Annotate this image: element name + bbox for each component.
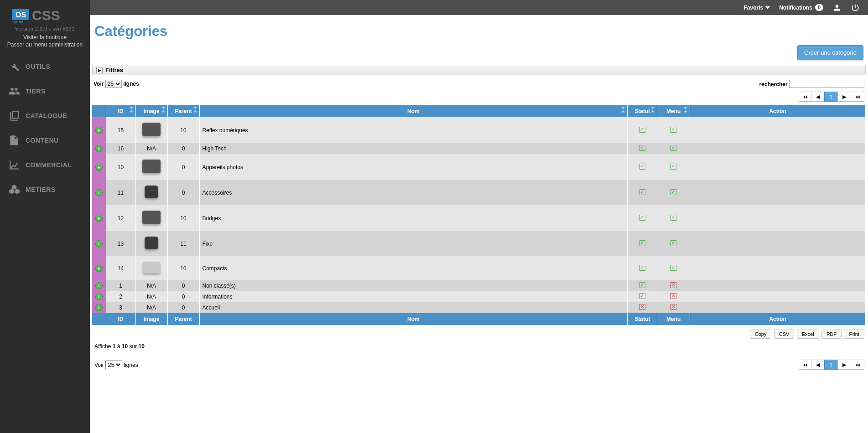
cell-name: Fixe: [199, 231, 628, 256]
add-icon[interactable]: +: [95, 189, 103, 196]
lines-label-bottom: lignes: [124, 362, 138, 368]
notifications-link[interactable]: Notifications 0: [779, 4, 823, 11]
cell-id: 1: [106, 280, 135, 291]
th-status[interactable]: Statut: [628, 105, 657, 117]
table-row[interactable]: +1410Compacts: [92, 256, 866, 280]
logo: OS CSS: [0, 0, 90, 25]
pager-next[interactable]: ▶: [837, 360, 851, 370]
add-icon[interactable]: +: [95, 304, 103, 311]
tf-name: Nom: [199, 313, 628, 325]
table-row[interactable]: +2N/A0Informations: [92, 291, 866, 302]
cell-image: [135, 231, 167, 256]
add-icon[interactable]: +: [95, 215, 103, 222]
add-icon[interactable]: +: [95, 240, 103, 247]
cell-name: Reflex numériques: [199, 117, 628, 143]
table-info: Affiche 1 à 10 sur 10: [90, 341, 868, 359]
power-icon[interactable]: [851, 3, 860, 12]
pager-last[interactable]: ⏭: [851, 360, 864, 370]
status-check-icon[interactable]: [639, 265, 645, 271]
status-check-icon[interactable]: [639, 189, 645, 195]
menu-check-icon[interactable]: [670, 164, 676, 170]
favoris-dropdown[interactable]: Favoris: [744, 5, 770, 11]
status-check-icon[interactable]: [639, 145, 645, 151]
add-icon[interactable]: +: [95, 265, 103, 272]
search-label: rechercher: [759, 81, 788, 88]
status-check-icon[interactable]: [639, 164, 645, 170]
menu-check-icon[interactable]: [670, 240, 676, 246]
pager-next[interactable]: ▶: [837, 92, 851, 102]
status-cross-icon[interactable]: [639, 304, 645, 310]
menu-check-icon[interactable]: [670, 127, 676, 133]
menu-cross-icon[interactable]: [670, 304, 676, 310]
add-icon[interactable]: +: [95, 293, 103, 300]
menu-check-icon[interactable]: [670, 215, 676, 221]
page-size-select-bottom[interactable]: 25: [105, 361, 122, 369]
sidebar-item-outils[interactable]: OUTILS: [0, 54, 90, 79]
notifications-label: Notifications: [779, 5, 812, 11]
th-parent[interactable]: Parent: [167, 105, 199, 117]
pager-first[interactable]: ⏮: [798, 360, 811, 370]
export-print-button[interactable]: Print: [844, 330, 864, 339]
sidebar-item-contenu[interactable]: CONTENU: [0, 128, 90, 153]
cell-status: [628, 231, 657, 256]
table-row[interactable]: +1510Reflex numériques: [92, 117, 866, 143]
cell-name: Accessoires: [199, 180, 628, 205]
page-size-select[interactable]: 25: [105, 80, 122, 88]
cell-status: [628, 256, 657, 280]
cell-action: [690, 143, 866, 154]
export-excel-button[interactable]: Excel: [797, 330, 819, 339]
status-check-icon[interactable]: [639, 127, 645, 133]
th-menu[interactable]: Menu: [657, 105, 690, 117]
pager-prev[interactable]: ◀: [811, 360, 825, 370]
pager-bottom: ⏮ ◀ 1 ▶ ⏭: [798, 360, 864, 370]
export-csv-button[interactable]: CSV: [774, 330, 795, 339]
user-icon[interactable]: [832, 3, 842, 12]
table-row[interactable]: +1311Fixe: [92, 231, 866, 256]
table-row[interactable]: +3N/A0Accueil: [92, 302, 866, 313]
visit-shop-link[interactable]: Visiter la boutique: [0, 34, 90, 41]
th-id[interactable]: ID: [106, 105, 135, 117]
sidebar-item-metiers[interactable]: METIERS: [0, 177, 90, 202]
th-image[interactable]: Image: [135, 105, 167, 117]
add-icon[interactable]: +: [95, 282, 103, 289]
admin-menu-link[interactable]: Passer au menu administration: [0, 41, 90, 48]
image-na: N/A: [147, 283, 156, 289]
filters-bar[interactable]: ▶ Filtres: [92, 65, 866, 75]
status-check-icon[interactable]: [639, 240, 645, 246]
status-check-icon[interactable]: [639, 282, 645, 288]
pager-page[interactable]: 1: [824, 92, 838, 102]
table-row[interactable]: +110Accessoires: [92, 180, 866, 205]
add-icon[interactable]: +: [95, 127, 103, 134]
sidebar-nav: OUTILS TIERS CATALOGUE CONTENU COMMERCIA…: [0, 54, 90, 202]
table-row[interactable]: +1210Bridges: [92, 205, 866, 231]
status-check-icon[interactable]: [639, 293, 645, 299]
table-row[interactable]: +1N/A0Non classé(s): [92, 280, 866, 291]
menu-cross-icon[interactable]: [670, 282, 676, 288]
status-check-icon[interactable]: [639, 215, 645, 221]
cell-image: [135, 180, 167, 205]
export-copy-button[interactable]: Copy: [750, 330, 772, 339]
cell-action: [690, 154, 866, 180]
cell-name: Non classé(s): [199, 280, 628, 291]
filters-toggle-icon[interactable]: ▶: [96, 67, 103, 73]
sidebar-item-tiers[interactable]: TIERS: [0, 79, 90, 103]
sidebar-item-catalogue[interactable]: CATALOGUE: [0, 103, 90, 128]
th-name[interactable]: Nom: [199, 105, 628, 117]
table-row[interactable]: +100Appareils photos: [92, 154, 866, 180]
menu-check-icon[interactable]: [670, 189, 676, 195]
create-category-button[interactable]: Créer une catégorie: [797, 45, 863, 60]
pager-page[interactable]: 1: [824, 360, 838, 370]
menu-cross-icon[interactable]: [670, 293, 676, 299]
menu-check-icon[interactable]: [670, 265, 676, 271]
add-icon[interactable]: +: [95, 164, 103, 171]
export-pdf-button[interactable]: PDF: [821, 330, 842, 339]
search-input[interactable]: [789, 80, 864, 88]
pager-prev[interactable]: ◀: [811, 92, 825, 102]
sidebar-item-commercial[interactable]: COMMERCIAL: [0, 153, 90, 177]
pager-last[interactable]: ⏭: [851, 92, 864, 102]
add-icon[interactable]: +: [95, 145, 103, 152]
table-row[interactable]: +16N/A0High Tech: [92, 143, 866, 154]
menu-check-icon[interactable]: [670, 145, 676, 151]
pager-first[interactable]: ⏮: [798, 92, 811, 102]
file-icon: [8, 134, 20, 146]
